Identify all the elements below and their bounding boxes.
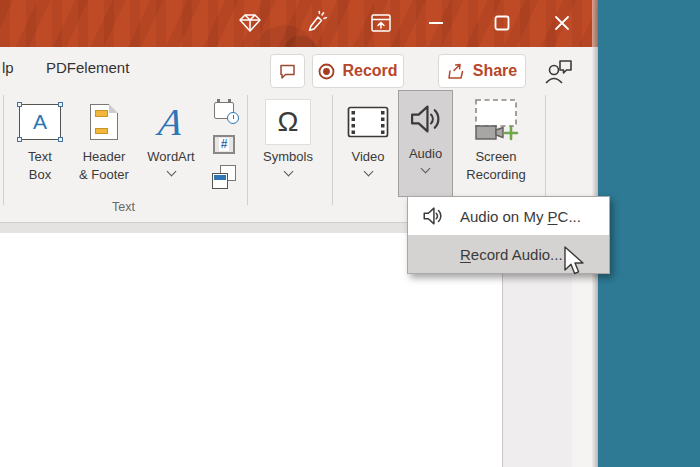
header-footer-icon [90, 104, 118, 140]
symbols-label: Symbols [263, 148, 313, 166]
audio-label: Audio [409, 145, 442, 163]
text-box-label-1: Text [28, 148, 52, 166]
audio-button[interactable]: Audio [398, 90, 453, 197]
object-icon [212, 165, 236, 189]
wordart-label: WordArt [147, 148, 194, 166]
speaker-icon [421, 204, 447, 228]
comments-button[interactable] [270, 54, 305, 88]
screen-recording-button[interactable]: Screen Recording [456, 94, 536, 197]
wordart-icon: A [157, 103, 186, 141]
text-box-label-2: Box [29, 166, 51, 184]
tab-pdfelement[interactable]: PDFelement [46, 59, 129, 76]
group-label-text: Text [0, 200, 247, 214]
slide-number-icon: # [213, 135, 235, 154]
video-button[interactable]: Video [340, 94, 396, 197]
desktop: lp PDFelement Record [0, 0, 700, 467]
header-footer-label-1: Header [83, 148, 126, 166]
date-time-button[interactable] [209, 96, 239, 124]
text-group-small-buttons: # [206, 94, 242, 194]
omega-icon: Ω [265, 99, 311, 145]
titlebar [0, 0, 598, 47]
header-footer-button[interactable]: Header & Footer [70, 94, 138, 197]
group-divider [3, 95, 4, 205]
minimize-button[interactable] [421, 8, 451, 38]
group-divider [545, 95, 546, 205]
record-icon [318, 63, 335, 80]
group-divider [332, 95, 333, 205]
chevron-down-icon [283, 167, 293, 177]
video-icon [347, 106, 389, 138]
share-people-button[interactable] [541, 56, 575, 86]
menu-item-label: Audio on My PC... [460, 208, 581, 225]
header-footer-label-2: & Footer [79, 166, 129, 184]
chevron-down-icon [363, 167, 373, 177]
record-label: Record [342, 62, 397, 80]
menu-item-audio-on-my-pc[interactable]: Audio on My PC... [408, 197, 609, 235]
maximize-button[interactable] [487, 8, 517, 38]
share-button[interactable]: Share [438, 54, 526, 88]
screen-recording-label-1: Screen [475, 148, 516, 166]
record-button[interactable]: Record [312, 54, 404, 88]
share-icon [447, 62, 466, 80]
comment-icon [278, 63, 297, 80]
symbols-button[interactable]: Ω Symbols [256, 94, 320, 197]
ribbon-display-options-icon[interactable] [366, 8, 396, 38]
chevron-down-icon [421, 164, 431, 174]
speaker-icon [407, 100, 445, 138]
people-icon [543, 57, 573, 85]
share-label: Share [473, 62, 517, 80]
insert-object-button[interactable] [209, 163, 239, 191]
screen-recording-label-2: Recording [466, 166, 525, 184]
mouse-cursor-icon [563, 246, 586, 281]
date-time-icon [214, 102, 234, 119]
tab-help-partial[interactable]: lp [2, 59, 14, 76]
wordart-button[interactable]: A WordArt [140, 94, 202, 197]
video-label: Video [351, 148, 384, 166]
text-box-button[interactable]: A Text Box [10, 94, 70, 197]
ribbon-tab-row: lp PDFelement Record [0, 47, 598, 92]
slide-number-button[interactable]: # [209, 130, 239, 158]
draw-pen-icon[interactable] [301, 8, 331, 38]
text-box-icon: A [19, 104, 61, 140]
close-button[interactable] [547, 8, 577, 38]
screen-recording-icon [468, 98, 524, 146]
group-divider [247, 95, 248, 205]
menu-item-label: Record Audio... [460, 246, 563, 263]
chevron-down-icon [166, 167, 176, 177]
premium-diamond-icon[interactable] [235, 8, 265, 38]
